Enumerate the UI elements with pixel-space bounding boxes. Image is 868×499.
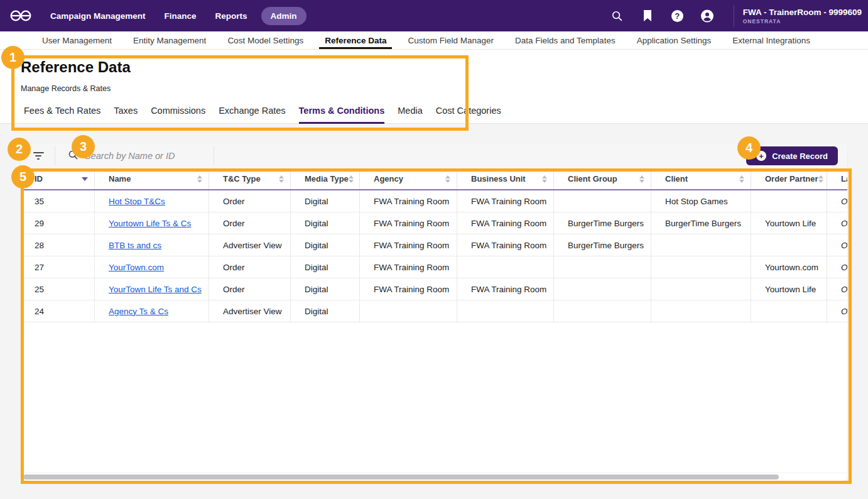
table-row: 35Hot Stop T&CsOrderDigitalFWA Training … [21,190,847,212]
cell: FWA Training Room [457,212,554,234]
cell: Yourtown Life Ts & Cs [95,212,209,234]
user-profile-icon[interactable] [701,9,713,22]
cell: Digital [291,256,360,278]
table-scrollbar-track [21,473,847,481]
column-label: Media Type [305,174,349,184]
column-label: T&C Type [223,174,261,184]
cell [554,278,651,300]
cell: Digital [291,234,360,256]
cell: Order [209,212,291,234]
column-header-name[interactable]: Name [95,168,209,189]
cell [651,256,751,278]
subnav-item-application-settings[interactable]: Application Settings [626,31,722,49]
tab-taxes[interactable]: Taxes [114,106,138,124]
subnav-item-custom-field-manager[interactable]: Custom Field Manager [397,31,504,49]
cell [360,300,457,322]
cell: FWA Training Room [360,212,457,234]
filter-icon[interactable] [30,152,47,160]
cell: FWA Training Room [457,234,554,256]
search-input[interactable] [85,151,214,161]
subnav-item-entity-management[interactable]: Entity Management [122,31,217,49]
column-header-client[interactable]: Client [651,168,751,189]
column-header-client-group[interactable]: Client Group [554,168,651,189]
table-row: 28BTB ts and csAdvertiser ViewDigitalFWA… [21,234,847,256]
sort-icon [739,175,744,183]
id-cell: 35 [21,190,95,212]
sort-icon [542,175,547,183]
table-row: 25YourTown Life Ts and CsOrderDigitalFWA… [21,278,847,300]
cell: FWA Training Room [360,234,457,256]
column-label: Name [109,174,131,184]
cell: Digital [291,300,360,322]
toolbar-divider [214,146,214,165]
page-title: Reference Data [21,58,131,76]
cell [651,300,751,322]
tab-exchange-rates[interactable]: Exchange Rates [219,106,285,124]
record-name-link[interactable]: Agency Ts & Cs [109,307,168,316]
account-org: ONESTRATA [743,18,862,25]
record-name-link[interactable]: Yourtown Life Ts & Cs [109,219,191,228]
page-header: Reference Data Manage Records & Rates Fe… [0,50,868,124]
bookmark-icon[interactable] [641,9,654,22]
subnav-item-reference-data[interactable]: Reference Data [314,31,397,49]
column-header-media-type[interactable]: Media Type [291,168,360,189]
column-label: Client [665,174,688,184]
column-label: Order Partner [765,174,818,184]
last-cell: OS [827,256,847,278]
column-header-la[interactable]: La [827,168,847,189]
subnav-item-user-management[interactable]: User Management [31,31,122,49]
tab-fees-tech-rates[interactable]: Fees & Tech Rates [24,106,100,124]
record-name-link[interactable]: Hot Stop T&Cs [109,197,165,206]
tab-commissions[interactable]: Commissions [151,106,205,124]
cell: YourTown.com [95,256,209,278]
help-icon[interactable]: ? [671,10,683,22]
tab-media[interactable]: Media [398,106,423,124]
id-cell: 29 [21,212,95,234]
toolbar-divider [55,146,55,165]
search-icon[interactable] [611,9,624,22]
last-cell: OS [827,278,847,300]
column-header-business-unit[interactable]: Business Unit [457,168,554,189]
tab-cost-categories[interactable]: Cost Categories [436,106,501,124]
cell: YourTown Life Ts and Cs [95,278,209,300]
column-label: Client Group [568,174,617,184]
cell [751,190,827,212]
column-header-order-partner[interactable]: Order Partner [751,168,827,189]
cell: BTB ts and cs [95,234,209,256]
horizontal-scrollbar[interactable] [23,474,779,480]
column-label: La [841,174,847,184]
create-record-button[interactable]: + Create Record [746,146,838,165]
column-label: Business Unit [471,174,526,184]
page-subtitle: Manage Records & Rates [21,84,111,93]
cell: Yourtown Life [751,212,827,234]
subnav-item-data-fields-and-templates[interactable]: Data Fields and Templates [504,31,626,49]
record-name-link[interactable]: BTB ts and cs [109,241,161,250]
id-cell: 28 [21,234,95,256]
cell: Order [209,256,291,278]
record-name-link[interactable]: YourTown.com [109,263,164,272]
cell [751,234,827,256]
sort-icon [818,175,823,183]
cell [554,300,651,322]
onestrata-logo-icon[interactable] [9,9,33,23]
subnav-item-cost-model-settings[interactable]: Cost Model Settings [217,31,314,49]
plus-icon: + [756,151,766,161]
record-name-link[interactable]: YourTown Life Ts and Cs [109,285,202,294]
top-navigation-bar: Campaign ManagementFinanceReports Admin … [0,0,868,31]
cell: Order [209,190,291,212]
table-row: 24Agency Ts & CsAdvertiser ViewDigitalOS [21,300,847,322]
column-header-id[interactable]: ID [21,168,95,189]
topnav-item-campaign-management[interactable]: Campaign Management [50,11,146,21]
cell [554,190,651,212]
tab-terms-conditions[interactable]: Terms & Conditions [299,106,385,124]
column-header-agency[interactable]: Agency [360,168,457,189]
topnav-item-reports[interactable]: Reports [215,11,247,21]
account-info[interactable]: FWA - TrainerRoom - 9999609 ONESTRATA [734,5,868,27]
cell: Digital [291,278,360,300]
last-cell: OS [827,212,847,234]
topnav-item-finance[interactable]: Finance [165,11,197,21]
column-header-t-c-type[interactable]: T&C Type [209,168,291,189]
topnav-item-admin[interactable]: Admin [261,7,307,25]
subnav-item-external-integrations[interactable]: External Integrations [722,31,821,49]
id-cell: 24 [21,300,95,322]
